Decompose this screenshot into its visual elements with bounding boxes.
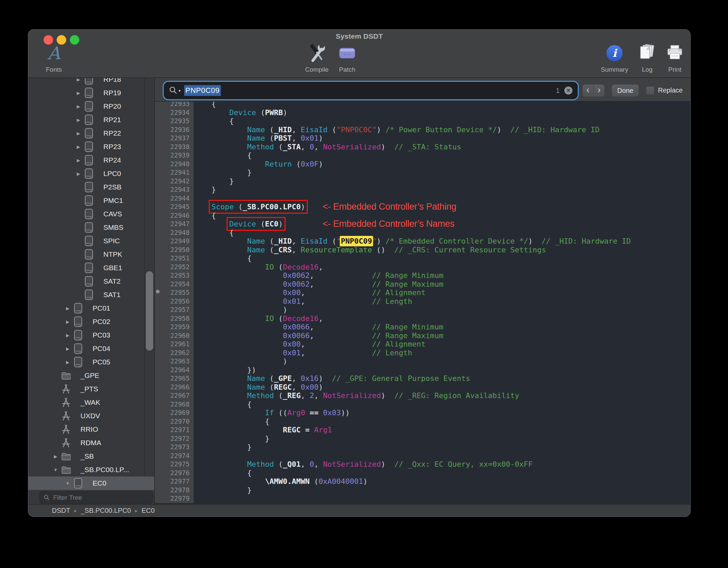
disclosure-triangle-icon[interactable]: ▶: [64, 360, 71, 365]
sidebar-item-pc01[interactable]: ▶PC01: [28, 301, 154, 315]
replace-checkbox[interactable]: [646, 86, 655, 95]
token: {: [194, 117, 234, 125]
sidebar-item-rp18[interactable]: ▶RP18: [28, 78, 154, 86]
disclosure-triangle-icon[interactable]: ▶: [64, 306, 71, 311]
token: _STA: [283, 143, 301, 151]
sidebar-item-pts[interactable]: _PTS: [28, 382, 154, 396]
sidebar-item-spic[interactable]: SPIC: [28, 234, 154, 248]
token: (: [292, 160, 301, 168]
sidebar-item-uxdv[interactable]: UXDV: [28, 409, 154, 423]
breadcrumb-item-ec0[interactable]: EC0: [142, 507, 155, 514]
sidebar-item-sb[interactable]: ▶_SB: [28, 450, 154, 463]
find-next-button[interactable]: ›: [594, 84, 604, 97]
line-number: 22936: [155, 126, 194, 134]
token: _CRS: [274, 246, 292, 254]
code-line: 22952 IO (Decode16,: [155, 263, 690, 272]
sidebar-item-gbe1[interactable]: GBE1: [28, 261, 154, 275]
token: ,: [292, 134, 301, 142]
token: {: [194, 102, 216, 108]
code-text: \AMW0.AMWN (0xA0040001): [194, 477, 368, 486]
token: ,: [319, 314, 323, 323]
token: 0x01: [301, 134, 319, 142]
disclosure-triangle-icon[interactable]: ▶: [64, 319, 71, 324]
token: // Length: [372, 349, 412, 357]
sidebar-item-gpe[interactable]: _GPE: [28, 369, 154, 382]
print-button[interactable]: Print: [650, 42, 690, 73]
disclosure-triangle-icon[interactable]: ▶: [75, 131, 82, 136]
token: REGC: [283, 426, 301, 434]
patch-button[interactable]: Patch: [322, 42, 372, 73]
token: (: [234, 203, 243, 211]
token: ): [376, 126, 386, 134]
sidebar-item-sat1[interactable]: SAT1: [28, 288, 154, 301]
sidebar-item-rrio[interactable]: RRIO: [28, 423, 154, 436]
sidebar-item-pc02[interactable]: ▶PC02: [28, 315, 154, 328]
line-number: 22975: [155, 460, 194, 469]
code-text: ): [194, 357, 287, 366]
splitter-handle-dot[interactable]: [156, 290, 160, 293]
sidebar-item-cavs[interactable]: CAVS: [28, 207, 154, 221]
sidebar-item-rp19[interactable]: ▶RP19: [28, 86, 154, 100]
sidebar-item-p2sb[interactable]: P2SB: [28, 180, 154, 194]
sidebar-item-rp22[interactable]: ▶RP22: [28, 127, 154, 140]
line-number: 22964: [155, 366, 194, 375]
chevron-down-icon[interactable]: ▾: [178, 88, 181, 93]
token: [194, 460, 247, 468]
disclosure-triangle-icon[interactable]: ▶: [75, 91, 82, 96]
token: [194, 160, 265, 168]
disclosure-triangle-icon[interactable]: ▶: [75, 171, 82, 176]
sidebar-item-smbs[interactable]: SMBS: [28, 221, 154, 234]
disclosure-triangle-icon[interactable]: ▶: [52, 454, 59, 459]
breadcrumb-item-scope[interactable]: _SB.PC00.LPC0: [81, 507, 131, 514]
disclosure-triangle-icon[interactable]: ▼: [52, 467, 59, 472]
sidebar-item-rp23[interactable]: ▶RP23: [28, 140, 154, 153]
fonts-button[interactable]: A Fonts: [29, 42, 79, 73]
token: ): [376, 237, 386, 245]
sidebar-item-rdma[interactable]: RDMA: [28, 436, 154, 450]
sidebar-item-rp24[interactable]: ▶RP24: [28, 153, 154, 167]
disclosure-triangle-icon[interactable]: ▶: [64, 346, 71, 351]
sidebar-item-pc04[interactable]: ▶PC04: [28, 342, 154, 355]
token: Decode16: [283, 263, 319, 271]
sidebar-item-ntpk[interactable]: NTPK: [28, 248, 154, 261]
filter-tree-field[interactable]: [39, 491, 153, 504]
line-number: 22944: [155, 194, 194, 203]
token: NotSerialized: [323, 391, 381, 400]
token: IO: [265, 263, 274, 271]
sidebar-item-rp21[interactable]: ▶RP21: [28, 113, 154, 127]
red-annotation-box: Device (EC0): [229, 220, 283, 228]
tree-item-label: RP22: [103, 129, 121, 137]
sidebar-scrollbar-thumb[interactable]: [146, 271, 153, 351]
disclosure-triangle-icon[interactable]: ▶: [75, 78, 82, 82]
disclosure-triangle-icon[interactable]: ▶: [75, 158, 82, 163]
find-previous-button[interactable]: ‹: [583, 84, 594, 97]
code-text: Name (_GPE, 0x16) // _GPE: General Purpo…: [194, 374, 470, 383]
token: PBST: [274, 134, 292, 142]
disclosure-triangle-icon[interactable]: ▶: [75, 117, 82, 122]
sidebar-item-lpc0[interactable]: ▶LPC0: [28, 167, 154, 180]
disclosure-triangle-icon[interactable]: ▶: [64, 333, 71, 338]
line-number: 22941: [155, 168, 194, 177]
sidebar-item-rp20[interactable]: ▶RP20: [28, 100, 154, 113]
sidebar-item-pc03[interactable]: ▶PC03: [28, 328, 154, 342]
filter-tree-input[interactable]: [53, 494, 145, 502]
disclosure-triangle-icon[interactable]: ▶: [75, 104, 82, 109]
search-input[interactable]: ▾ PNP0C09 1 ✕: [164, 82, 577, 99]
token: NotSerialized: [323, 143, 381, 151]
sidebar-item-pc05[interactable]: ▶PC05: [28, 355, 154, 369]
code-line: 22948 {: [155, 228, 690, 237]
sidebar-item-ec0[interactable]: ▼EC0: [28, 476, 154, 490]
disclosure-triangle-icon[interactable]: ▶: [75, 144, 82, 149]
code-editor[interactable]: 22933 {22934 Device (PWRB)22935 {22936 N…: [155, 102, 690, 504]
token: ): [319, 134, 323, 142]
device-icon: [84, 209, 94, 219]
sidebar-item-sbpc00lp[interactable]: ▼_SB.PC00.LP...: [28, 463, 154, 476]
breadcrumb-item-dsdt[interactable]: DSDT: [52, 507, 70, 514]
sidebar-item-pmc1[interactable]: PMC1: [28, 194, 154, 207]
code-text: 0x01, // Length: [194, 349, 412, 357]
sidebar-item-sat2[interactable]: SAT2: [28, 275, 154, 288]
clear-search-button[interactable]: ✕: [564, 86, 572, 95]
disclosure-triangle-icon[interactable]: ▼: [64, 481, 71, 486]
done-button[interactable]: Done: [611, 84, 639, 97]
sidebar-item-wak[interactable]: _WAK: [28, 396, 154, 409]
